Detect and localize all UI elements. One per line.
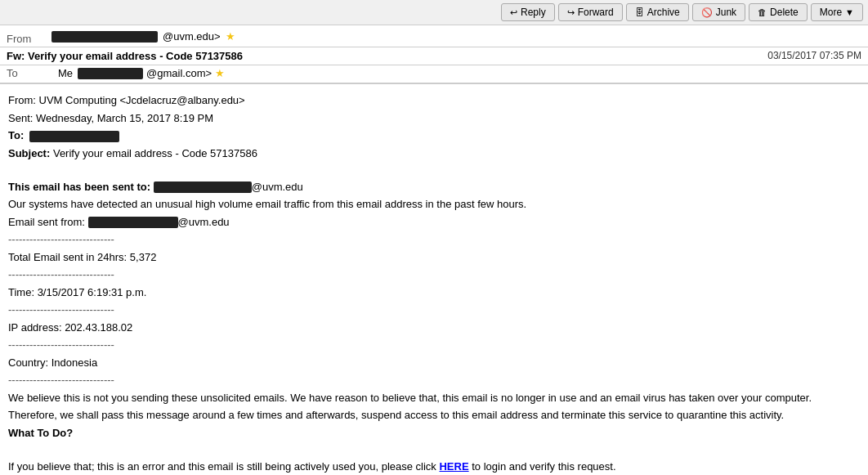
date-text: 03/15/2017 07:35 PM: [767, 50, 861, 61]
sent-to-domain: @uvm.edu: [252, 181, 303, 193]
delete-label: Delete: [770, 7, 799, 18]
subject-body-text: Verify your email address - Code 5713758…: [53, 147, 257, 159]
email-toolbar: ↩ Reply ↪ Forward 🗄 Archive 🚫 Junk 🗑 Del…: [0, 0, 868, 25]
email-sent-from-line: Email sent from: @uvm.edu: [8, 214, 860, 231]
from-redacted: [51, 31, 158, 43]
from-row: From @uvm.edu> ★: [7, 29, 861, 47]
email-sent-from-domain: @uvm.edu: [178, 216, 230, 228]
more-label: More: [820, 7, 842, 18]
subject-body-label: Subject:: [8, 147, 50, 159]
from-line: From: UVM Computing <Jcdelacruz@albany.e…: [8, 92, 860, 109]
reply-icon: ↩: [510, 7, 517, 18]
from-star-icon[interactable]: ★: [226, 30, 235, 43]
believe-line: We believe this is not you sending these…: [8, 390, 860, 406]
what-label: What To Do?: [8, 427, 73, 439]
if-believe-paragraph: If you believe that; this is an error an…: [8, 459, 860, 475]
time-line: Time: 3/15/2017 6:19:31 p.m.: [8, 285, 860, 301]
reply-label: Reply: [521, 7, 546, 18]
detection-text: Our systems have detected an unusual hig…: [8, 196, 860, 213]
archive-button[interactable]: 🗄 Archive: [626, 3, 689, 21]
to-redacted: [78, 67, 143, 80]
subject-row: Fw: Verify your email address - Code 571…: [0, 47, 868, 65]
junk-icon: 🚫: [701, 7, 713, 18]
junk-button[interactable]: 🚫 Junk: [692, 3, 745, 21]
to-domain: @gmail.com>: [146, 67, 212, 79]
to-redacted-block: [78, 68, 143, 79]
archive-icon: 🗄: [635, 7, 644, 17]
subject-body-line: Subject: Verify your email address - Cod…: [8, 146, 860, 162]
chevron-down-icon: ▼: [845, 7, 854, 17]
forward-icon: ↪: [567, 7, 575, 18]
if-believe-text: If you believe that; this is an error an…: [8, 460, 439, 473]
sent-to-bold: This email has been sent to:: [8, 181, 154, 193]
sent-line: Sent: Wednesday, March 15, 2017 8:19 PM: [8, 110, 860, 127]
what-to-do: What To Do?: [8, 425, 860, 441]
from-label: From: [7, 33, 51, 45]
from-value: @uvm.edu> ★: [51, 30, 861, 43]
divider1: ------------------------------: [8, 231, 860, 248]
country-line: Country: Indonesia: [8, 355, 860, 371]
email-header: From @uvm.edu> ★: [0, 25, 868, 47]
after-here-text: to login and verify this request.: [469, 460, 616, 473]
reply-button[interactable]: ↩ Reply: [501, 3, 555, 21]
divider4: ------------------------------: [8, 337, 860, 353]
here-link[interactable]: HERE: [439, 460, 468, 473]
delete-icon: 🗑: [758, 7, 767, 17]
total-email-line: Total Email sent in 24hrs: 5,372: [8, 249, 860, 266]
to-star-icon[interactable]: ★: [215, 67, 225, 79]
to-label: To: [7, 67, 51, 79]
to-row: To Me @gmail.com> ★: [0, 65, 868, 85]
email-body: From: UVM Computing <Jcdelacruz@albany.e…: [0, 84, 868, 475]
archive-label: Archive: [647, 7, 680, 18]
delete-button[interactable]: 🗑 Delete: [749, 3, 808, 21]
email-sent-from-redacted: [88, 217, 178, 228]
to-body-label: To:: [8, 129, 24, 141]
subject-text: Fw: Verify your email address - Code 571…: [7, 50, 243, 62]
to-me: Me: [58, 67, 73, 79]
from-domain: @uvm.edu>: [163, 30, 221, 43]
forward-label: Forward: [578, 7, 614, 18]
junk-label: Junk: [716, 7, 736, 18]
divider5: ------------------------------: [8, 372, 860, 388]
therefore-line: Therefore, we shall pass this message ar…: [8, 407, 860, 423]
divider2: ------------------------------: [8, 267, 860, 283]
sent-to-line: This email has been sent to: @uvm.edu: [8, 179, 860, 195]
forward-button[interactable]: ↪ Forward: [558, 3, 623, 21]
sent-to-redacted: [154, 181, 252, 193]
more-button[interactable]: More ▼: [811, 3, 863, 21]
email-sent-from-label: Email sent from:: [8, 216, 88, 228]
divider3: ------------------------------: [8, 302, 860, 318]
to-body-line: To:: [8, 128, 860, 144]
to-body-redacted: [29, 131, 119, 142]
ip-line: IP address: 202.43.188.02: [8, 320, 860, 336]
